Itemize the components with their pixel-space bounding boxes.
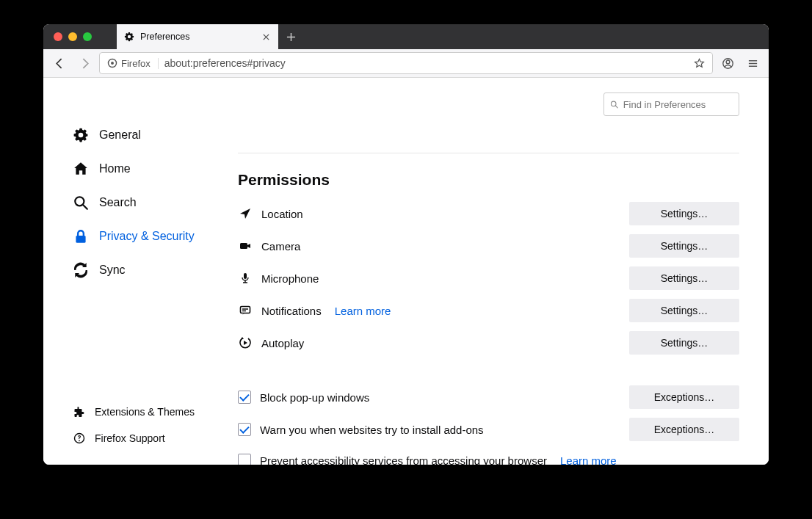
camera-icon (238, 240, 253, 252)
notifications-settings-button[interactable]: Settings… (629, 299, 739, 322)
checkbox-label: Prevent accessibility services from acce… (260, 454, 547, 465)
category-label: Sync (99, 264, 126, 277)
close-window-button[interactable] (54, 32, 62, 41)
permission-row-autoplay: Autoplay Settings… (238, 327, 739, 359)
identity-box[interactable]: Firefox (107, 58, 159, 69)
autoplay-settings-button[interactable]: Settings… (629, 331, 739, 355)
tab-strip: Preferences (43, 24, 769, 49)
preferences-search-field[interactable] (623, 99, 733, 110)
svg-point-3 (726, 60, 730, 64)
preferences-search-input[interactable] (603, 92, 739, 116)
category-general[interactable]: General (73, 118, 238, 152)
popup-exceptions-button[interactable]: Exceptions… (629, 385, 739, 409)
svg-point-1 (111, 62, 114, 65)
svg-rect-9 (244, 273, 247, 279)
home-icon (73, 161, 89, 177)
permission-row-microphone: Microphone Settings… (238, 262, 739, 294)
category-privacy[interactable]: Privacy & Security (73, 219, 238, 253)
svg-rect-10 (241, 307, 250, 313)
link-extensions-themes[interactable]: Extensions & Themes (73, 399, 238, 425)
bookmark-star-button[interactable] (689, 58, 709, 69)
check-row-accessibility: Prevent accessibility services from acce… (238, 446, 739, 465)
question-icon (73, 432, 86, 445)
permission-row-camera: Camera Settings… (238, 230, 739, 262)
checkbox-label: Block pop-up windows (260, 391, 369, 404)
account-button[interactable] (717, 53, 738, 73)
url-text: about:preferences#privacy (164, 57, 684, 69)
autoplay-icon (238, 337, 253, 349)
permission-label: Camera (261, 240, 300, 253)
navigation-toolbar: Firefox about:preferences#privacy (43, 49, 769, 78)
gear-icon (124, 32, 134, 42)
camera-settings-button[interactable]: Settings… (629, 234, 739, 258)
app-menu-button[interactable] (742, 53, 763, 73)
permission-label: Autoplay (261, 337, 304, 349)
close-tab-button[interactable] (261, 33, 271, 41)
link-firefox-support[interactable]: Firefox Support (73, 425, 238, 451)
svg-rect-8 (240, 243, 247, 249)
permission-label: Location (261, 208, 303, 220)
tab-preferences[interactable]: Preferences (117, 24, 278, 49)
url-bar[interactable]: Firefox about:preferences#privacy (99, 52, 713, 74)
gear-icon (73, 127, 89, 143)
addons-exceptions-button[interactable]: Exceptions… (629, 418, 739, 441)
browser-window: Preferences Firefox about:preferences#pr… (43, 24, 769, 465)
notifications-learn-more-link[interactable]: Learn more (335, 305, 391, 317)
category-label: Search (99, 196, 137, 209)
location-settings-button[interactable]: Settings… (629, 202, 739, 225)
back-button[interactable] (49, 53, 70, 73)
categories-sidebar: General Home Search Privacy & Security (43, 78, 238, 465)
firefox-icon (107, 58, 117, 68)
block-popups-checkbox[interactable] (238, 391, 251, 404)
main-content: Permissions Location Settings… Camera Se… (238, 78, 769, 465)
microphone-settings-button[interactable]: Settings… (629, 266, 739, 290)
permission-label: Notifications (261, 305, 322, 317)
search-icon (610, 100, 619, 109)
category-search[interactable]: Search (73, 186, 238, 219)
category-label: Privacy & Security (99, 230, 195, 243)
check-row-addons-warn: Warn you when websites try to install ad… (238, 413, 739, 446)
microphone-icon (238, 272, 253, 284)
warn-addons-checkbox[interactable] (238, 423, 251, 436)
permission-row-location: Location Settings… (238, 197, 739, 230)
section-title-permissions: Permissions (238, 171, 739, 189)
checkbox-label: Warn you when websites try to install ad… (260, 424, 484, 436)
category-home[interactable]: Home (73, 152, 238, 186)
sync-icon (73, 262, 89, 278)
permission-row-notifications: Notifications Learn more Settings… (238, 294, 739, 327)
new-tab-button[interactable] (278, 24, 303, 49)
preferences-content: General Home Search Privacy & Security (43, 78, 769, 465)
accessibility-learn-more-link[interactable]: Learn more (560, 454, 617, 465)
category-label: General (99, 128, 141, 142)
category-sync[interactable]: Sync (73, 253, 238, 287)
svg-rect-5 (76, 236, 85, 243)
permission-label: Microphone (261, 272, 319, 285)
puzzle-icon (73, 405, 86, 418)
window-controls (43, 24, 117, 49)
prevent-accessibility-checkbox[interactable] (238, 454, 251, 465)
lock-icon (73, 228, 89, 244)
maximize-window-button[interactable] (83, 32, 92, 41)
forward-button[interactable] (74, 53, 95, 73)
minimize-window-button[interactable] (68, 32, 77, 41)
location-icon (238, 208, 253, 219)
tab-title: Preferences (140, 32, 255, 42)
identity-label: Firefox (121, 58, 151, 69)
category-label: Home (99, 162, 131, 175)
link-label: Firefox Support (95, 432, 165, 444)
search-icon (73, 195, 89, 211)
link-label: Extensions & Themes (95, 406, 195, 418)
notifications-icon (238, 305, 253, 316)
check-row-popup: Block pop-up windows Exceptions… (238, 381, 739, 413)
